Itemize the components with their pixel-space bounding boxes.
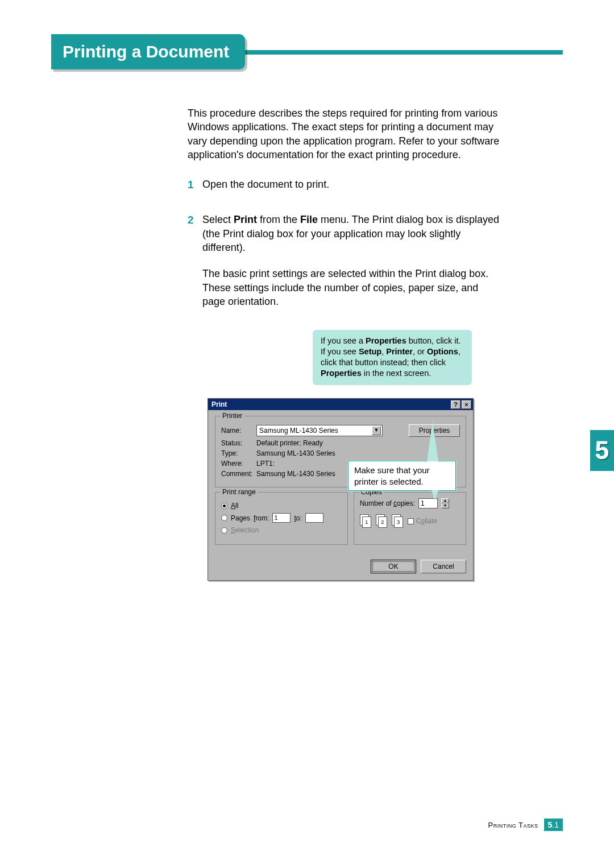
callout-bold: Properties <box>321 369 362 378</box>
callout-bold: Options <box>427 347 458 356</box>
radio-selection-label: Selection <box>231 526 259 534</box>
page-footer: Printing Tasks 5.1 <box>488 819 563 831</box>
name-label: Name: <box>221 427 256 435</box>
step-number: 1 <box>188 177 194 192</box>
radio-selection <box>221 527 227 534</box>
copies-spinner[interactable]: ▲ ▼ <box>441 498 449 509</box>
step-text: Open the document to print. <box>202 179 329 190</box>
collate-icon: 1 1 <box>360 514 374 528</box>
radio-all[interactable] <box>221 503 227 509</box>
radio-all-label: AAllll <box>231 502 238 510</box>
bold-file: File <box>300 214 318 225</box>
where-label: Where: <box>221 460 256 468</box>
content-area: This procedure describes the steps requi… <box>188 106 500 308</box>
step-1: 1 Open the document to print. <box>188 177 500 191</box>
callout-text: in the next screen. <box>362 369 432 378</box>
callout-text: , or <box>413 347 427 356</box>
help-button[interactable]: ? <box>451 400 460 409</box>
group-legend: Print range <box>220 488 258 496</box>
step-subparagraph: The basic print settings are selected wi… <box>202 267 500 308</box>
copies-group: Copies Number of copies: 1 ▲ ▼ 1 1 <box>354 492 466 545</box>
dialog-footer: OK Cancel <box>208 556 473 580</box>
chevron-down-icon[interactable]: ▼ <box>441 503 449 509</box>
radio-pages-label: Pages <box>231 514 250 522</box>
title-pill: Printing a Document <box>51 34 245 69</box>
bold-print: Print <box>234 214 257 225</box>
copies-label: Number of copies: <box>360 499 415 507</box>
print-range-group: Print range AAllll Pages from: 1 to: <box>215 492 348 545</box>
intro-paragraph: This procedure describes the steps requi… <box>188 106 500 162</box>
group-legend: Printer <box>220 412 244 420</box>
title-bar: Printing a Document <box>51 34 563 69</box>
close-button[interactable]: × <box>462 400 471 409</box>
from-label: from: <box>254 514 269 522</box>
cancel-button[interactable]: Cancel <box>421 560 466 573</box>
page-title: Printing a Document <box>63 42 229 61</box>
callout-printer-selected: Make sure that your printer is selected. <box>348 461 456 491</box>
callout-bold: Printer <box>386 347 413 356</box>
radio-pages[interactable] <box>221 515 227 521</box>
chapter-number: 5 <box>595 436 609 465</box>
type-label: Type: <box>221 449 256 457</box>
printer-name-dropdown[interactable]: Samsung ML-1430 Series ▼ <box>256 425 383 436</box>
to-input[interactable] <box>305 513 323 523</box>
ok-button[interactable]: OK <box>371 560 416 573</box>
printer-name-value: Samsung ML-1430 Series <box>259 427 372 435</box>
comment-label: Comment: <box>221 470 256 478</box>
collate-icon: 2 2 <box>376 514 389 528</box>
callout-bold: Setup <box>359 347 381 356</box>
callout-properties: If you see a Properties button, click it… <box>313 330 472 385</box>
collate-icon: 3 3 <box>392 514 405 528</box>
chevron-down-icon[interactable]: ▼ <box>372 426 381 435</box>
collate-label: Collate <box>416 517 437 525</box>
step-text-part: Select <box>202 214 234 225</box>
to-label: to: <box>294 514 301 522</box>
step-2: 2 Select Print from the File menu. The P… <box>188 213 500 308</box>
dialog-title: Print <box>211 400 227 408</box>
document-page: Printing a Document This procedure descr… <box>0 0 614 868</box>
chapter-tab: 5 <box>590 430 614 471</box>
status-label: Status: <box>221 439 256 447</box>
step-number: 2 <box>188 213 194 228</box>
footer-section: Printing Tasks <box>488 821 538 829</box>
step-text-part: from the <box>257 214 300 225</box>
dialog-titlebar[interactable]: Print ? × <box>208 399 473 410</box>
callout-bold: Properties <box>366 336 406 345</box>
callout-text: If you see a <box>321 336 366 345</box>
footer-minor: .1 <box>552 820 559 829</box>
chevron-up-icon[interactable]: ▲ <box>441 498 449 503</box>
collate-checkbox[interactable] <box>408 518 414 524</box>
footer-page-number: 5.1 <box>544 819 563 831</box>
from-input[interactable]: 1 <box>272 513 291 523</box>
